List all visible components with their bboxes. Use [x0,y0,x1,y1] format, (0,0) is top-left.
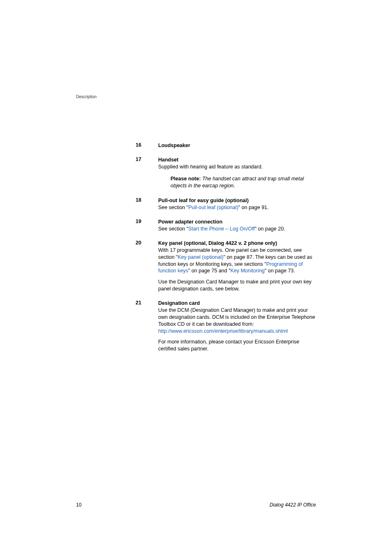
text-segment: See section " [158,205,188,210]
note-label: Please note: [171,176,201,182]
text-segment: " on page 20. [255,226,285,232]
cross-reference-link[interactable]: Start the Phone – Log On/Off [188,226,255,232]
cross-reference-link[interactable]: Key Monitoring [231,268,265,274]
footer-title: Dialog 4422 IP Office [270,502,316,508]
item-title: Key panel (optional, Dialog 4422 v. 2 ph… [158,240,316,247]
item-title: Handset [158,157,316,164]
item-description: See section "Pull-out leaf (optional)" o… [158,204,316,211]
item-18: 18 Pull-out leaf for easy guide (optiona… [136,197,316,211]
url-link-line: http://www.ericsson.com/enterprise/libra… [158,328,316,335]
item-number: 18 [136,197,158,211]
item-title: Pull-out leaf for easy guide (optional) [158,197,316,204]
page-number: 10 [76,502,81,508]
item-description: With 17 programmable keys. One panel can… [158,247,316,275]
text-segment: See section " [158,226,188,232]
text-segment: " on page 91. [238,205,269,210]
item-content: Designation card Use the DCM (Designatio… [158,300,316,352]
item-content: Power adapter connection See section "St… [158,219,316,233]
item-number: 21 [136,300,158,352]
text-segment: " on page 75 and " [188,268,231,274]
item-title: Designation card [158,300,316,307]
cross-reference-link[interactable]: Pull-out leaf (optional) [188,205,238,210]
item-number: 20 [136,240,158,292]
external-url-link[interactable]: http://www.ericsson.com/enterprise/libra… [158,328,288,334]
item-17: 17 Handset Supplied with hearing aid fea… [136,157,316,190]
note-block: Please note: The handset can attract and… [158,175,316,189]
paragraph: For more information, please contact you… [158,339,316,352]
item-number: 19 [136,219,158,233]
item-content: Handset Supplied with hearing aid featur… [158,157,316,190]
section-header: Description [76,94,316,99]
item-number: 16 [136,142,158,149]
item-content: Loudspeaker [158,142,316,149]
text-segment: " on page 73. [265,268,295,274]
item-description: Supplied with hearing aid feature as sta… [158,164,316,170]
item-content: Pull-out leaf for easy guide (optional) … [158,197,316,211]
item-description: Use the DCM (Designation Card Manager) t… [158,307,316,328]
paragraph: Use the Designation Card Manager to make… [158,279,316,292]
item-description: See section "Start the Phone – Log On/Of… [158,226,316,233]
item-20: 20 Key panel (optional, Dialog 4422 v. 2… [136,240,316,292]
document-page: Description 16 Loudspeaker 17 Handset Su… [0,0,392,555]
item-21: 21 Designation card Use the DCM (Designa… [136,300,316,352]
item-19: 19 Power adapter connection See section … [136,219,316,233]
item-16: 16 Loudspeaker [136,142,316,149]
cross-reference-link[interactable]: Key panel (optional) [178,254,224,260]
item-content: Key panel (optional, Dialog 4422 v. 2 ph… [158,240,316,292]
item-title: Power adapter connection [158,219,316,226]
content-area: 16 Loudspeaker 17 Handset Supplied with … [136,142,316,352]
item-title: Loudspeaker [158,142,316,149]
page-footer: 10 Dialog 4422 IP Office [76,502,316,508]
item-number: 17 [136,157,158,190]
